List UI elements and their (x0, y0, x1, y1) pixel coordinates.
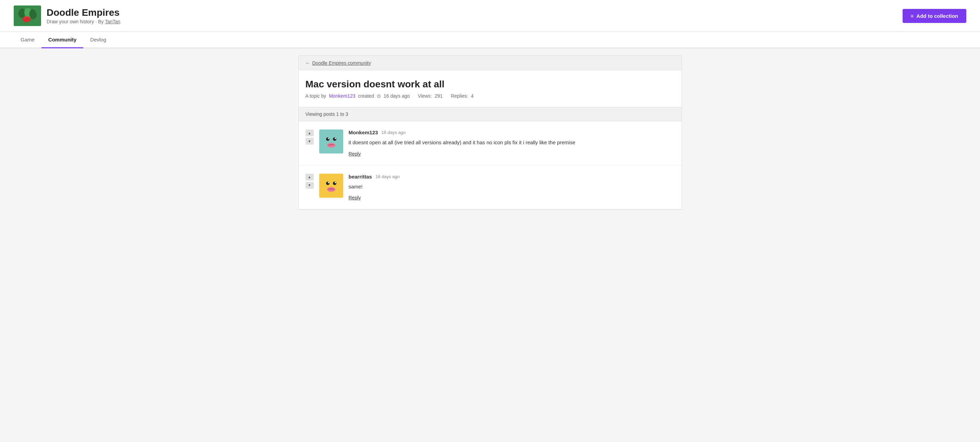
add-to-collection-label: Add to collection (916, 13, 958, 19)
avatar-1 (319, 129, 343, 153)
svg-point-13 (335, 182, 336, 184)
clock-icon: ⊙ (377, 93, 381, 99)
post-item: ▲ ▼ (299, 166, 682, 210)
meta-separator-1 (412, 93, 415, 99)
svg-point-4 (326, 137, 329, 141)
up-arrow-icon: ▲ (308, 175, 311, 179)
svg-point-12 (328, 182, 329, 184)
viewing-text: Viewing posts 1 to 3 (305, 111, 348, 117)
post-text-2: same! (349, 183, 675, 191)
meta-separator-2 (445, 93, 448, 99)
community-breadcrumb: ← Doodle Empires community (298, 55, 682, 70)
nav-tabs: Game Community Devlog (0, 32, 980, 48)
collection-icon: ≡ (911, 13, 914, 19)
vote-controls-1: ▲ ▼ (305, 129, 314, 145)
topic-title: Mac version doesnt work at all (305, 79, 675, 90)
post-time-1: 16 days ago (381, 130, 406, 135)
post-content-1: Monkem123 16 days ago it doesnt open at … (349, 129, 675, 157)
post-author-line-1: Monkem123 16 days ago (349, 129, 675, 136)
downvote-button-1[interactable]: ▼ (305, 138, 314, 145)
header-left: Doodle Empires Draw your own history · B… (14, 5, 120, 26)
add-to-collection-button[interactable]: ≡ Add to collection (903, 9, 966, 23)
back-arrow: ← (305, 60, 310, 66)
post-content-2: bearrittas 16 days ago same! Reply (349, 174, 675, 201)
svg-point-7 (335, 138, 336, 139)
post-author-1: Monkem123 (349, 129, 378, 136)
replies-label: Replies: (451, 93, 468, 99)
topic-header: Mac version doesnt work at all A topic b… (298, 70, 682, 107)
svg-rect-9 (319, 174, 343, 198)
svg-point-11 (333, 182, 336, 185)
svg-rect-3 (319, 129, 343, 153)
svg-point-5 (333, 137, 336, 141)
tab-community[interactable]: Community (41, 32, 84, 48)
replies-count: 4 (471, 93, 474, 99)
post-time-2: 16 days ago (375, 174, 400, 179)
downvote-button-2[interactable]: ▼ (305, 182, 314, 189)
topic-time-ago: 16 days ago (383, 93, 410, 99)
community-breadcrumb-link[interactable]: Doodle Empires community (312, 60, 371, 66)
meta-prefix: A topic by (305, 93, 326, 99)
upvote-button-1[interactable]: ▲ (305, 129, 314, 136)
down-arrow-icon: ▼ (308, 139, 311, 143)
svg-point-6 (328, 138, 329, 139)
topic-author-link[interactable]: Monkem123 (329, 93, 355, 99)
vote-controls-2: ▲ ▼ (305, 174, 314, 189)
game-title: Doodle Empires (46, 7, 120, 18)
author-link[interactable]: TanTan (105, 19, 120, 24)
page-header: Doodle Empires Draw your own history · B… (0, 0, 980, 32)
tab-game[interactable]: Game (14, 32, 41, 48)
topic-meta: A topic by Monkem123 created ⊙ 16 days a… (305, 93, 675, 99)
game-logo (14, 5, 41, 26)
reply-button-1[interactable]: Reply (349, 151, 361, 156)
down-arrow-icon: ▼ (308, 184, 311, 187)
game-subtitle: Draw your own history · By TanTan (46, 19, 120, 24)
post-author-line-2: bearrittas 16 days ago (349, 174, 675, 180)
post-author-2: bearrittas (349, 174, 372, 180)
up-arrow-icon: ▲ (308, 131, 311, 135)
avatar-2 (319, 174, 343, 198)
views-label: Views: (418, 93, 432, 99)
viewing-bar: Viewing posts 1 to 3 (298, 107, 682, 121)
tab-devlog[interactable]: Devlog (83, 32, 113, 48)
post-item: ▲ ▼ (299, 121, 682, 166)
meta-created: created (358, 93, 374, 99)
game-info: Doodle Empires Draw your own history · B… (46, 7, 120, 24)
views-count: 291 (435, 93, 442, 99)
svg-point-10 (326, 182, 329, 185)
posts-container: ▲ ▼ (298, 121, 682, 210)
post-text-1: it doesnt open at all (ive tried all ver… (349, 139, 675, 147)
upvote-button-2[interactable]: ▲ (305, 174, 314, 180)
reply-button-2[interactable]: Reply (349, 195, 361, 200)
main-content: ← Doodle Empires community Mac version d… (285, 48, 696, 217)
